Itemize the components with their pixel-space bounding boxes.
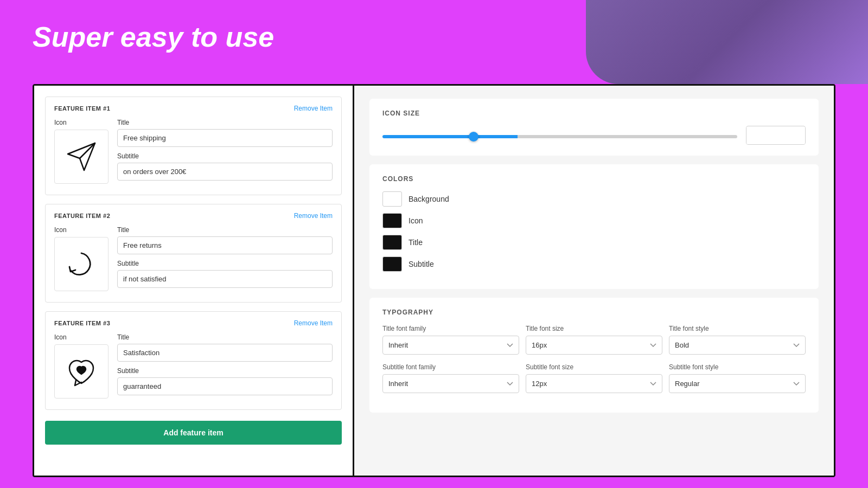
color-row-icon: Icon	[382, 213, 806, 228]
subtitle-font-family-select[interactable]: Inherit Arial Georgia	[382, 374, 519, 393]
color-row-background: Background	[382, 191, 806, 207]
subtitle-font-family-field: Subtitle font family Inherit Arial Georg…	[382, 363, 519, 393]
feature-item-3-fields: Title Subtitle	[117, 333, 333, 401]
colors-section: COLORS Background Icon Title Subtitle	[369, 164, 819, 289]
subtitle-font-size-select[interactable]: 12px 10px 14px 16px	[526, 374, 662, 393]
remove-item-1-button[interactable]: Remove Item	[294, 105, 333, 112]
background-blob	[586, 0, 868, 84]
color-swatch-title[interactable]	[382, 235, 402, 250]
add-feature-button[interactable]: Add feature item	[45, 421, 342, 445]
subtitle-field-group-1: Subtitle	[117, 152, 333, 181]
feature-item-3: FEATURE ITEM #3 Remove Item Icon	[45, 311, 342, 410]
color-label-background: Background	[409, 195, 449, 203]
color-label-subtitle: Subtitle	[409, 260, 434, 268]
svg-line-1	[80, 143, 95, 158]
feature-item-2-fields: Title Subtitle	[117, 226, 333, 293]
icon-box-2[interactable]	[54, 237, 108, 291]
colors-title: COLORS	[382, 175, 806, 183]
feature-item-1-header: FEATURE ITEM #1 Remove Item	[54, 105, 333, 112]
title-label-1: Title	[117, 119, 333, 126]
icon-size-row: px ▲ ▼	[382, 126, 806, 145]
left-panel: FEATURE ITEM #1 Remove Item Icon Title	[34, 86, 354, 476]
subtitle-field-group-3: Subtitle	[117, 367, 333, 395]
icon-label-1: Icon	[54, 119, 108, 126]
title-label-3: Title	[117, 333, 333, 341]
subtitle-input-2[interactable]	[117, 270, 333, 288]
title-font-size-field: Title font size 16px 12px 14px 18px	[526, 325, 662, 355]
feature-item-1: FEATURE ITEM #1 Remove Item Icon Title	[45, 97, 342, 195]
px-input-group: px ▲ ▼	[746, 126, 806, 145]
feature-item-1-body: Icon Title Subtitle	[54, 119, 333, 186]
feature-item-2-icon-section: Icon	[54, 226, 108, 293]
color-row-title: Title	[382, 235, 806, 250]
title-input-3[interactable]	[117, 344, 333, 362]
title-font-family-select[interactable]: Inherit Arial Georgia	[382, 336, 519, 355]
color-swatch-icon[interactable]	[382, 213, 402, 228]
color-swatch-background[interactable]	[382, 191, 402, 207]
feature-item-2-body: Icon Title Subtitle	[54, 226, 333, 293]
title-font-family-label: Title font family	[382, 325, 519, 332]
subtitle-input-3[interactable]	[117, 377, 333, 395]
title-font-style-field: Title font style Bold Regular Italic	[669, 325, 806, 355]
title-field-group-3: Title	[117, 333, 333, 362]
color-swatch-subtitle[interactable]	[382, 256, 402, 272]
title-input-2[interactable]	[117, 236, 333, 254]
feature-item-3-icon-section: Icon	[54, 333, 108, 401]
subtitle-font-family-label: Subtitle font family	[382, 363, 519, 371]
subtitle-field-group-2: Subtitle	[117, 260, 333, 288]
subtitle-font-style-label: Subtitle font style	[669, 363, 806, 371]
right-panel: ICON SIZE px ▲ ▼ COLORS Ba	[354, 86, 834, 476]
feature-item-3-header: FEATURE ITEM #3 Remove Item	[54, 319, 333, 327]
icon-size-slider[interactable]	[382, 135, 737, 138]
feature-item-1-icon-section: Icon	[54, 119, 108, 186]
title-field-group-1: Title	[117, 119, 333, 147]
icon-label-2: Icon	[54, 226, 108, 234]
title-label-2: Title	[117, 226, 333, 234]
feature-item-2: FEATURE ITEM #2 Remove Item Icon Title	[45, 204, 342, 303]
subtitle-input-1[interactable]	[117, 163, 333, 181]
title-typography-row: Title font family Inherit Arial Georgia …	[382, 325, 806, 355]
remove-item-3-button[interactable]: Remove Item	[294, 319, 333, 327]
subtitle-typography-row: Subtitle font family Inherit Arial Georg…	[382, 363, 806, 393]
icon-label-3: Icon	[54, 333, 108, 341]
title-font-style-label: Title font style	[669, 325, 806, 332]
paper-plane-icon	[65, 140, 98, 173]
feature-item-2-label: FEATURE ITEM #2	[54, 213, 110, 219]
icon-size-section: ICON SIZE px ▲ ▼	[369, 99, 819, 156]
icon-box-3[interactable]	[54, 344, 108, 399]
subtitle-label-3: Subtitle	[117, 367, 333, 375]
typography-title: TYPOGRAPHY	[382, 309, 806, 316]
feature-item-3-label: FEATURE ITEM #3	[54, 320, 110, 326]
title-font-size-label: Title font size	[526, 325, 662, 332]
heart-chat-icon	[65, 355, 98, 388]
title-input-1[interactable]	[117, 129, 333, 147]
typography-section: TYPOGRAPHY Title font family Inherit Ari…	[369, 298, 819, 413]
icon-box-1[interactable]	[54, 130, 108, 184]
title-font-family-field: Title font family Inherit Arial Georgia	[382, 325, 519, 355]
subtitle-label-2: Subtitle	[117, 260, 333, 267]
title-field-group-2: Title	[117, 226, 333, 254]
feature-item-1-fields: Title Subtitle	[117, 119, 333, 186]
icon-size-title: ICON SIZE	[382, 110, 806, 117]
title-font-size-select[interactable]: 16px 12px 14px 18px	[526, 336, 662, 355]
icon-size-slider-container	[382, 131, 737, 140]
subtitle-font-size-field: Subtitle font size 12px 10px 14px 16px	[526, 363, 662, 393]
feature-item-1-label: FEATURE ITEM #1	[54, 105, 110, 112]
remove-item-2-button[interactable]: Remove Item	[294, 212, 333, 220]
color-label-icon: Icon	[409, 216, 423, 225]
subtitle-font-style-field: Subtitle font style Regular Bold Italic	[669, 363, 806, 393]
feature-item-2-header: FEATURE ITEM #2 Remove Item	[54, 212, 333, 220]
subtitle-label-1: Subtitle	[117, 152, 333, 160]
subtitle-font-size-label: Subtitle font size	[526, 363, 662, 371]
color-row-subtitle: Subtitle	[382, 256, 806, 272]
title-font-style-select[interactable]: Bold Regular Italic	[669, 336, 806, 355]
refresh-icon	[65, 248, 98, 280]
px-value-input[interactable]	[746, 127, 806, 144]
feature-item-3-body: Icon Title Subtitle	[54, 333, 333, 401]
color-label-title: Title	[409, 238, 423, 247]
page-title: Super easy to use	[33, 21, 274, 53]
subtitle-font-style-select[interactable]: Regular Bold Italic	[669, 374, 806, 393]
main-wrapper: FEATURE ITEM #1 Remove Item Icon Title	[33, 84, 835, 477]
